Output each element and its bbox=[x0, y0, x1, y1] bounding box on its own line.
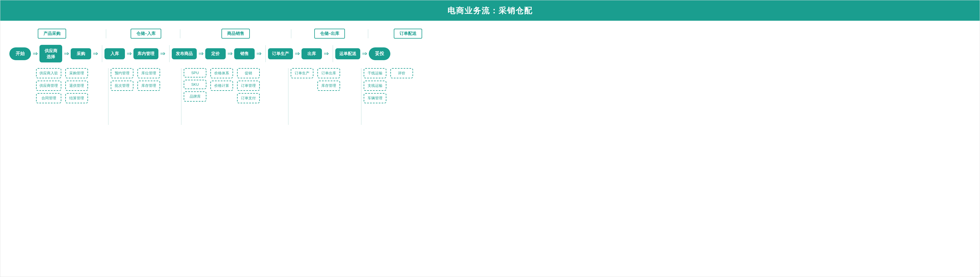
node-purchase: 采购 bbox=[71, 48, 91, 59]
sub-promotion: 促销 bbox=[237, 68, 260, 78]
node-supplier-select: 供应商选择 bbox=[40, 45, 62, 62]
node-inbound: 入库 bbox=[105, 48, 125, 59]
arrow8: ⇒ bbox=[256, 50, 261, 57]
sub-order-outbound: 订单出库 bbox=[317, 68, 340, 78]
sub-reservation-mgmt: 预约管理 bbox=[111, 68, 134, 78]
sub-purchase-mgmt: 采购管理 bbox=[65, 68, 88, 78]
sub-settlement-mgmt: 结算管理 bbox=[65, 93, 88, 103]
phase1-header-cell: 产品采购 bbox=[10, 29, 106, 38]
phase-headers-row: 产品采购 仓储–入库 商品销售 仓储–出库 bbox=[10, 29, 970, 38]
node-warehouse-mgmt: 库内管理 bbox=[134, 48, 158, 59]
node-sales: 销售 bbox=[234, 48, 255, 59]
sub-vdivider4 bbox=[361, 68, 361, 125]
sub-spu: SPU bbox=[184, 68, 207, 78]
arrow1: ⇒ bbox=[33, 50, 38, 57]
node-pricing: 定价 bbox=[205, 48, 226, 59]
sub-contract-mgmt: 合同管理 bbox=[36, 93, 61, 103]
sub-supplier-onboard: 供应商入驻 bbox=[36, 68, 61, 78]
node-order-produce: 订单生产 bbox=[268, 48, 293, 59]
arrow7: ⇒ bbox=[228, 50, 232, 57]
phase5-sub: 干线运输 支线运输 车辆管理 评价 bbox=[364, 68, 438, 103]
sub-vehicle-mgmt: 车辆管理 bbox=[364, 93, 387, 103]
page-header: 电商业务流：采销仓配 bbox=[0, 0, 980, 21]
arrow5: ⇒ bbox=[160, 50, 165, 57]
inbound-sub-col: 预约管理 批次管理 bbox=[111, 68, 134, 91]
main-flow-row: 开始 ⇒ 供应商选择 ⇒ 采购 ⇒ 入库 ⇒ bbox=[10, 45, 970, 62]
page-title: 电商业务流：采销仓配 bbox=[447, 6, 533, 15]
arrow11: ⇒ bbox=[362, 50, 367, 57]
phase4-label: 仓储–出库 bbox=[314, 29, 345, 38]
page: 电商业务流：采销仓配 产品采购 仓储–入库 商品销售 bbox=[0, 0, 980, 277]
outbound-sub-col: 订单出库 库存管理 bbox=[317, 68, 340, 91]
sub-supplier-mgmt: 供应商管理 bbox=[36, 81, 61, 91]
flow-vdivider1 bbox=[102, 45, 102, 62]
sub-details-row: 供应商入驻 供应商管理 合同管理 采购管理 退供管理 结算管理 bbox=[10, 68, 970, 125]
sub-sku: SKU bbox=[184, 80, 207, 89]
sub-batch-mgmt: 批次管理 bbox=[111, 81, 134, 91]
sub-price-calc: 价格计算 bbox=[210, 81, 233, 91]
sub-inv-mgmt2: 库存管理 bbox=[317, 81, 340, 91]
phase3-label: 商品销售 bbox=[221, 29, 250, 38]
node-publish: 发布商品 bbox=[172, 48, 197, 59]
sub-return-mgmt: 退供管理 bbox=[65, 81, 88, 91]
sub-location-mgmt: 库位管理 bbox=[137, 68, 160, 78]
arrow6: ⇒ bbox=[199, 50, 204, 57]
arrow4: ⇒ bbox=[127, 50, 132, 57]
sub-order-mgmt: 订单管理 bbox=[237, 81, 260, 91]
shipping-sub-col: 干线运输 支线运输 车辆管理 bbox=[364, 68, 387, 103]
sub-brand-lib: 品牌库 bbox=[184, 91, 207, 102]
warehouse-sub-col: 库位管理 库存管理 bbox=[137, 68, 160, 91]
sub-order-produce: 订单生产 bbox=[291, 68, 313, 78]
purchase-sub-col: 采购管理 退供管理 结算管理 bbox=[65, 68, 88, 103]
pricing-sub-col: 价格体系 价格计算 bbox=[210, 68, 233, 91]
flow-vdivider2 bbox=[169, 45, 170, 62]
sub-vdivider3 bbox=[288, 68, 288, 125]
sub-review: 评价 bbox=[390, 68, 413, 78]
phase5-header-cell: 订单配送 bbox=[368, 29, 448, 38]
phase3-sub: SPU SKU 品牌库 价格体系 价格计算 促销 订单管理 bbox=[184, 68, 286, 103]
phase4-header-cell: 仓储–出库 bbox=[291, 29, 368, 38]
order-produce-sub-col: 订单生产 bbox=[291, 68, 313, 78]
phase5-label: 订单配送 bbox=[394, 29, 422, 38]
phase2-label: 仓储–入库 bbox=[130, 29, 161, 38]
phase4-sub: 订单生产 订单出库 库存管理 bbox=[291, 68, 359, 91]
sub-inventory-mgmt: 库存管理 bbox=[137, 81, 160, 91]
phase1-label: 产品采购 bbox=[38, 29, 66, 38]
sub-order-payment: 订单支付 bbox=[237, 93, 260, 103]
sales-sub-col: 促销 订单管理 订单支付 bbox=[237, 68, 260, 103]
node-start: 开始 bbox=[10, 48, 31, 60]
sub-price-system: 价格体系 bbox=[210, 68, 233, 78]
node-shipping: 运单配送 bbox=[335, 48, 360, 59]
sub-vdivider2 bbox=[181, 68, 181, 125]
publish-sub-col: SPU SKU 品牌库 bbox=[184, 68, 207, 102]
arrow10: ⇒ bbox=[324, 50, 329, 57]
arrow9: ⇒ bbox=[295, 50, 300, 57]
content-area: 产品采购 仓储–入库 商品销售 仓储–出库 bbox=[0, 21, 980, 131]
phase2-header-cell: 仓储–入库 bbox=[106, 29, 180, 38]
supplier-sub-col: 供应商入驻 供应商管理 合同管理 bbox=[36, 68, 61, 103]
phase3-header-cell: 商品销售 bbox=[180, 29, 291, 38]
sub-branch-transport: 支线运输 bbox=[364, 81, 387, 91]
phase1-sub: 供应商入驻 供应商管理 合同管理 采购管理 退供管理 结算管理 bbox=[10, 68, 106, 103]
phase2-sub: 预约管理 批次管理 库位管理 库存管理 bbox=[111, 68, 179, 91]
node-outbound: 出库 bbox=[302, 48, 322, 59]
delivered-sub-col: 评价 bbox=[390, 68, 413, 78]
arrow2: ⇒ bbox=[64, 50, 69, 57]
arrow3: ⇒ bbox=[93, 50, 98, 57]
node-delivered: 妥投 bbox=[369, 48, 390, 60]
sub-vdivider1 bbox=[108, 68, 108, 125]
sub-trunk-transport: 干线运输 bbox=[364, 68, 387, 78]
